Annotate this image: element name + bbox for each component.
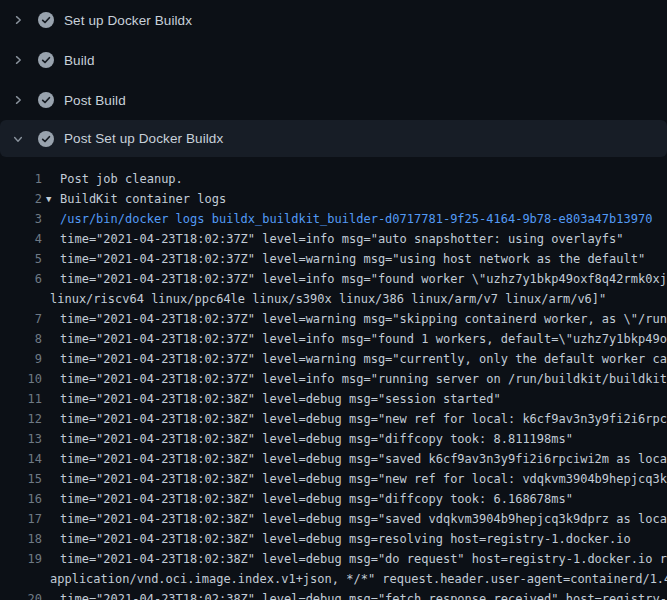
log-line-number[interactable]: 20 — [0, 589, 42, 600]
check-circle-icon — [38, 52, 54, 68]
log-line-9: 9 time="2021-04-23T18:02:37Z" level=warn… — [0, 349, 667, 369]
log-line-text: time="2021-04-23T18:02:37Z" level=warnin… — [42, 349, 667, 369]
log-line-text: time="2021-04-23T18:02:38Z" level=debug … — [42, 389, 501, 409]
log-line-number[interactable]: 12 — [0, 409, 42, 429]
log-line-text: Post job cleanup. — [42, 169, 183, 189]
log-line-number[interactable]: 2 — [0, 189, 42, 209]
log-line-13: 13 time="2021-04-23T18:02:38Z" level=deb… — [0, 429, 667, 449]
log-command-text: /usr/bin/docker logs buildx_buildkit_bui… — [42, 209, 652, 229]
step-header-build[interactable]: Build — [0, 40, 667, 80]
log-line-number[interactable]: 5 — [0, 249, 42, 269]
steps-list: Set up Docker Buildx Build Post Build — [0, 0, 667, 157]
log-line-14: 14 time="2021-04-23T18:02:38Z" level=deb… — [0, 449, 667, 469]
log-line-20: 20 time="2021-04-23T18:02:38Z" level=deb… — [0, 589, 667, 600]
chevron-down-icon — [12, 131, 28, 147]
log-line-text: application/vnd.oci.image.index.v1+json,… — [42, 569, 667, 589]
log-line-text: time="2021-04-23T18:02:37Z" level=warnin… — [42, 249, 645, 269]
log-line-19: 19 time="2021-04-23T18:02:38Z" level=deb… — [0, 549, 667, 569]
log-line-2: 2 ▼BuildKit container logs — [0, 189, 667, 209]
log-line-15: 15 time="2021-04-23T18:02:38Z" level=deb… — [0, 469, 667, 489]
log-line-number[interactable]: 1 — [0, 169, 42, 189]
log-line-number[interactable]: 14 — [0, 449, 42, 469]
log-line-text: time="2021-04-23T18:02:37Z" level=warnin… — [42, 309, 667, 329]
step-label: Post Set up Docker Buildx — [64, 131, 223, 146]
log-line-text: time="2021-04-23T18:02:38Z" level=debug … — [42, 589, 667, 600]
log-line-12: 12 time="2021-04-23T18:02:38Z" level=deb… — [0, 409, 667, 429]
log-line-19-wrap-1: application/vnd.oci.image.index.v1+json,… — [0, 569, 667, 589]
log-line-number[interactable]: 17 — [0, 509, 42, 529]
step-header-post-build[interactable]: Post Build — [0, 80, 667, 120]
log-line-text: time="2021-04-23T18:02:37Z" level=info m… — [42, 369, 667, 389]
log-line-number[interactable]: 8 — [0, 329, 42, 349]
log-line-number[interactable]: 16 — [0, 489, 42, 509]
log-line-6: 6 time="2021-04-23T18:02:37Z" level=info… — [0, 269, 667, 289]
log-line-7: 7 time="2021-04-23T18:02:37Z" level=warn… — [0, 309, 667, 329]
log-line-text: time="2021-04-23T18:02:38Z" level=debug … — [42, 549, 667, 569]
log-line-10: 10 time="2021-04-23T18:02:37Z" level=inf… — [0, 369, 667, 389]
log-line-text: time="2021-04-23T18:02:38Z" level=debug … — [42, 469, 667, 489]
log-line-text: time="2021-04-23T18:02:37Z" level=info m… — [42, 329, 667, 349]
step-label: Post Build — [64, 93, 126, 108]
log-line-text: time="2021-04-23T18:02:38Z" level=debug … — [42, 409, 667, 429]
log-line-3: 3 /usr/bin/docker logs buildx_buildkit_b… — [0, 209, 667, 229]
step-label: Build — [64, 53, 95, 68]
log-line-number[interactable]: 13 — [0, 429, 42, 449]
chevron-right-icon — [12, 52, 28, 68]
log-line-number[interactable]: 6 — [0, 269, 42, 289]
chevron-right-icon — [12, 92, 28, 108]
log-line-number[interactable]: 10 — [0, 369, 42, 389]
triangle-down-icon: ▼ — [46, 189, 60, 209]
log-line-number[interactable]: 7 — [0, 309, 42, 329]
log-line-6-wrap-1: linux/riscv64 linux/ppc64le linux/s390x … — [0, 289, 667, 309]
log-line-number[interactable]: 4 — [0, 229, 42, 249]
log-group-toggle[interactable]: ▼BuildKit container logs — [42, 189, 226, 209]
log-line-5: 5 time="2021-04-23T18:02:37Z" level=warn… — [0, 249, 667, 269]
check-circle-icon — [38, 131, 54, 147]
log-line-text: time="2021-04-23T18:02:38Z" level=debug … — [42, 429, 573, 449]
log-line-number[interactable]: 9 — [0, 349, 42, 369]
log-line-text: time="2021-04-23T18:02:37Z" level=info m… — [42, 269, 667, 289]
check-circle-icon — [38, 92, 54, 108]
log-line-text: time="2021-04-23T18:02:38Z" level=debug … — [42, 529, 631, 549]
log-line-11: 11 time="2021-04-23T18:02:38Z" level=deb… — [0, 389, 667, 409]
log-line-number[interactable]: 15 — [0, 469, 42, 489]
log-line-text: time="2021-04-23T18:02:37Z" level=info m… — [42, 229, 624, 249]
log-line-4: 4 time="2021-04-23T18:02:37Z" level=info… — [0, 229, 667, 249]
log-line-number[interactable]: 11 — [0, 389, 42, 409]
log-viewer: 1 Post job cleanup. 2 ▼BuildKit containe… — [0, 157, 667, 600]
log-line-text: time="2021-04-23T18:02:38Z" level=debug … — [42, 489, 573, 509]
log-line-16: 16 time="2021-04-23T18:02:38Z" level=deb… — [0, 489, 667, 509]
log-line-text: time="2021-04-23T18:02:38Z" level=debug … — [42, 509, 667, 529]
log-line-number[interactable]: 3 — [0, 209, 42, 229]
log-line-number[interactable]: 18 — [0, 529, 42, 549]
chevron-right-icon — [12, 12, 28, 28]
log-line-18: 18 time="2021-04-23T18:02:38Z" level=deb… — [0, 529, 667, 549]
log-line-text: time="2021-04-23T18:02:38Z" level=debug … — [42, 449, 667, 469]
log-line-1: 1 Post job cleanup. — [0, 169, 667, 189]
step-label: Set up Docker Buildx — [64, 13, 192, 28]
log-line-text: linux/riscv64 linux/ppc64le linux/s390x … — [42, 289, 606, 309]
step-header-post-set-up-docker-buildx[interactable]: Post Set up Docker Buildx — [0, 120, 667, 157]
step-header-set-up-docker-buildx[interactable]: Set up Docker Buildx — [0, 0, 667, 40]
log-line-17: 17 time="2021-04-23T18:02:38Z" level=deb… — [0, 509, 667, 529]
log-line-number[interactable]: 19 — [0, 549, 42, 569]
check-circle-icon — [38, 12, 54, 28]
log-line-8: 8 time="2021-04-23T18:02:37Z" level=info… — [0, 329, 667, 349]
